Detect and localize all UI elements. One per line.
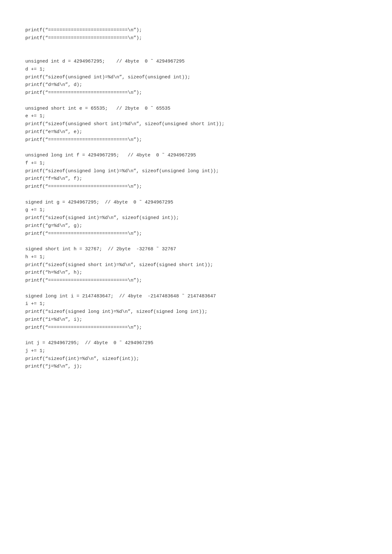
code-editor: printf(“============================\n”)…	[25, 19, 367, 371]
code-line-7: printf(“sizeof(unsigned int)=%d\n”, size…	[25, 74, 367, 82]
empty-line-16	[25, 144, 367, 152]
code-line-9: printf(“============================\n”)…	[25, 89, 367, 97]
code-line-26: printf(“g=%d\n”, g);	[25, 222, 367, 230]
code-line-37: printf(“sizeof(signed long int)=%d\n”, s…	[25, 308, 367, 316]
empty-line-3	[25, 42, 367, 50]
code-line-43: printf(“sizeof(int)=%d\n”, sizeof(int));	[25, 355, 367, 363]
code-line-20: printf(“f=%d\n”, f);	[25, 175, 367, 183]
code-line-14: printf(“e=%d\n”, e);	[25, 128, 367, 136]
code-line-33: printf(“============================\n”)…	[25, 277, 367, 285]
code-line-17: unsigned long int f = 4294967295; // 4by…	[25, 152, 367, 160]
code-line-11: unsigned short int e = 65535; // 2byte 0…	[25, 105, 367, 113]
code-line-13: printf(“sizeof(unsigned short int)=%d\n”…	[25, 120, 367, 128]
code-line-15: printf(“============================\n”)…	[25, 136, 367, 144]
code-line-1: printf(“============================\n”)…	[25, 27, 367, 34]
code-line-32: printf(“h=%d\n”, h);	[25, 269, 367, 277]
code-line-5: unsigned int d = 4294967295; // 4byte 0 …	[25, 58, 367, 66]
code-line-24: g += 1;	[25, 206, 367, 214]
code-line-39: printf(“============================\n”)…	[25, 324, 367, 332]
code-line-35: signed long int i = 2147483647; // 4byte…	[25, 293, 367, 301]
code-line-19: printf(“sizeof(unsigned long int)=%d\n”,…	[25, 167, 367, 175]
code-line-44: printf(“j=%d\n”, j);	[25, 363, 367, 371]
code-line-8: printf(“d=%d\n”, d);	[25, 81, 367, 89]
code-line-23: signed int g = 4294967295; // 4byte 0 ˜ …	[25, 199, 367, 207]
code-line-38: printf(“i=%d\n”, i);	[25, 316, 367, 324]
code-line-30: h += 1;	[25, 253, 367, 261]
code-line-12: e += 1;	[25, 113, 367, 120]
empty-line-10	[25, 97, 367, 105]
code-line-41: int j = 4294967295; // 4byte 0 ˜ 4294967…	[25, 339, 367, 347]
code-line-42: j += 1;	[25, 347, 367, 355]
code-line-2: printf(“============================\n”)…	[25, 34, 367, 42]
code-line-27: printf(“============================\n”)…	[25, 230, 367, 238]
empty-line-4	[25, 50, 367, 58]
empty-line-40	[25, 332, 367, 339]
code-line-21: printf(“============================\n”)…	[25, 183, 367, 191]
code-line-36: i += 1;	[25, 300, 367, 308]
code-line-25: printf(“sizeof(signed int)=%d\n”, sizeof…	[25, 214, 367, 222]
empty-line-22	[25, 191, 367, 199]
empty-line-34	[25, 285, 367, 293]
empty-line-28	[25, 238, 367, 246]
code-line-31: printf(“sizeof(signed short int)=%d\n”, …	[25, 261, 367, 269]
code-line-29: signed short int h = 32767; // 2byte -32…	[25, 246, 367, 253]
code-line-18: f += 1;	[25, 160, 367, 167]
code-line-6: d += 1;	[25, 66, 367, 74]
